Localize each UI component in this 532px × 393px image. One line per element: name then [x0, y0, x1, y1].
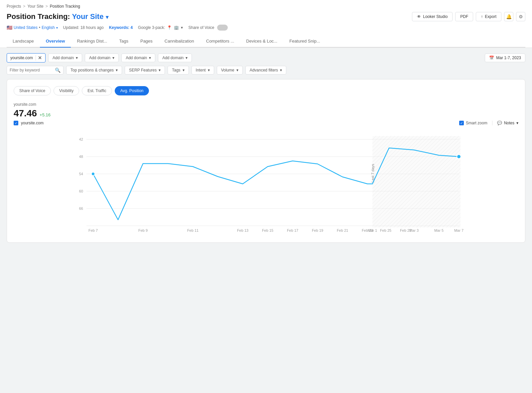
google-3pack[interactable]: Google 3-pack: 📍 🏢 ▾: [138, 25, 183, 30]
svg-text:Mar 7: Mar 7: [454, 228, 464, 232]
advanced-filters-button[interactable]: Advanced filters ▾: [245, 66, 286, 74]
export-icon: ↑: [481, 14, 483, 19]
domain-chip-remove[interactable]: ✕: [36, 55, 42, 61]
svg-text:48: 48: [79, 155, 83, 159]
site-dropdown-arrow[interactable]: ▾: [106, 14, 108, 20]
google-3pack-icon1: 📍: [167, 25, 172, 30]
tab-featured-snip[interactable]: Featured Snip...: [283, 35, 326, 48]
tags-chevron: ▾: [183, 68, 185, 72]
breadcrumb-site[interactable]: Your Site: [27, 4, 43, 9]
chart-container: 42 48 54 60 66 Last 7 days: [14, 129, 518, 236]
chart-card: Share of Voice Visibility Est. Traffic A…: [7, 79, 525, 243]
keyword-search-input[interactable]: [10, 68, 53, 72]
settings-button[interactable]: ⚙: [516, 12, 525, 21]
svg-rect-13: [372, 136, 461, 227]
date-range-button[interactable]: 📅 Mar 1-7, 2023: [485, 54, 525, 62]
tab-landscape[interactable]: Landscape: [7, 35, 40, 48]
chart-domain: yoursite.com: [14, 102, 518, 107]
svg-text:Mar 5: Mar 5: [434, 228, 444, 232]
svg-text:Feb 7: Feb 7: [88, 228, 98, 232]
tab-overview[interactable]: Overview: [40, 35, 71, 48]
google-3pack-icon2: 🏢: [174, 25, 179, 30]
domain-chip: yoursite.com ✕: [7, 53, 46, 63]
chart-svg: 42 48 54 60 66 Last 7 days: [14, 129, 518, 236]
breadcrumb-current: Position Tracking: [50, 4, 80, 9]
svg-point-16: [457, 155, 461, 159]
chart-legend: yoursite.com Smart zoom 💬 Notes ▾: [14, 121, 518, 125]
advanced-filters-chevron: ▾: [280, 68, 282, 72]
tab-competitors[interactable]: Competitors ...: [200, 35, 240, 48]
svg-text:Feb 9: Feb 9: [138, 228, 148, 232]
metric-tab-sov[interactable]: Share of Voice: [14, 86, 51, 95]
site-name[interactable]: Your Site: [72, 12, 103, 21]
breadcrumb-sep2: >: [46, 4, 48, 9]
chart-change: +5.16: [40, 112, 51, 117]
legend-left: yoursite.com: [14, 121, 44, 125]
svg-text:66: 66: [79, 206, 83, 210]
metric-tab-visibility[interactable]: Visibility: [54, 86, 79, 95]
chart-main-value: 47.46: [14, 108, 37, 119]
intent-filter[interactable]: Intent ▾: [192, 66, 214, 74]
tags-filter[interactable]: Tags ▾: [168, 66, 189, 74]
calendar-icon: 📅: [489, 56, 494, 60]
intent-chevron: ▾: [208, 68, 210, 72]
svg-text:60: 60: [79, 189, 83, 193]
tab-pages[interactable]: Pages: [134, 35, 159, 48]
breadcrumb: Projects > Your Site > Position Tracking: [7, 4, 525, 9]
sov-label: Share of Voice: [188, 25, 214, 30]
volume-chevron: ▾: [236, 68, 238, 72]
svg-text:54: 54: [79, 172, 83, 176]
title-actions: 👁 Looker Studio PDF ↑ Export 🔔 ⚙: [412, 12, 525, 21]
looker-studio-button[interactable]: 👁 Looker Studio: [412, 12, 453, 21]
svg-text:Feb 25: Feb 25: [380, 228, 391, 232]
svg-text:Mar 1: Mar 1: [368, 228, 377, 232]
metric-tab-avg-position[interactable]: Avg. Position: [115, 86, 149, 95]
add-domain-chevron-2: ▾: [112, 56, 114, 60]
top-positions-filter[interactable]: Top positions & changes ▾: [66, 66, 122, 74]
looker-studio-icon: 👁: [417, 14, 421, 19]
sov-toggle-row: Share of Voice: [188, 25, 227, 31]
notes-chevron: ▾: [516, 121, 518, 125]
language-label: English: [42, 25, 55, 30]
legend-checkbox[interactable]: [14, 121, 18, 125]
svg-text:Feb 19: Feb 19: [312, 228, 323, 232]
smart-zoom-checkbox[interactable]: [459, 121, 464, 125]
top-positions-chevron: ▾: [116, 68, 118, 72]
domain-chip-label: yoursite.com: [10, 56, 33, 60]
add-domain-btn-3[interactable]: Add domain ▾: [121, 54, 155, 62]
notes-icon: 💬: [497, 121, 502, 125]
add-domain-chevron-4: ▾: [186, 56, 188, 60]
country-label: United States: [14, 25, 38, 30]
breadcrumb-projects[interactable]: Projects: [7, 4, 21, 9]
tab-devices-loc[interactable]: Devices & Loc...: [240, 35, 283, 48]
chart-value: 47.46 +5.16: [14, 108, 518, 119]
gear-icon: ⚙: [519, 14, 523, 19]
add-domain-btn-2[interactable]: Add domain ▾: [85, 54, 119, 62]
export-button[interactable]: ↑ Export: [476, 12, 501, 21]
svg-text:Feb 13: Feb 13: [237, 228, 248, 232]
pdf-button[interactable]: PDF: [455, 12, 473, 21]
google-3pack-chevron: ▾: [181, 25, 183, 30]
tab-tags[interactable]: Tags: [113, 35, 134, 48]
notes-button[interactable]: 💬 Notes ▾: [492, 121, 518, 125]
add-domain-btn-4[interactable]: Add domain ▾: [158, 54, 192, 62]
location-chevron: ▾: [56, 26, 58, 30]
svg-text:42: 42: [79, 137, 83, 141]
chart-header: yoursite.com 47.46 +5.16: [14, 102, 518, 119]
svg-text:Feb 11: Feb 11: [187, 228, 199, 232]
tab-cannibalization[interactable]: Cannibalization: [159, 35, 200, 48]
bell-icon: 🔔: [506, 14, 512, 19]
serp-features-filter[interactable]: SERP Features ▾: [125, 66, 165, 74]
add-domain-btn-1[interactable]: Add domain ▾: [48, 54, 82, 62]
tab-rankings-dist[interactable]: Rankings Dist...: [71, 35, 113, 48]
location-badge[interactable]: 🇺🇸 United States • English ▾: [7, 25, 58, 30]
filter-row-1: yoursite.com ✕ Add domain ▾ Add domain ▾…: [7, 53, 525, 63]
volume-filter[interactable]: Volume ▾: [217, 66, 243, 74]
keywords-text: Keywords: 4: [109, 25, 133, 30]
notes-label: Notes: [504, 121, 514, 125]
sov-toggle-switch[interactable]: [217, 25, 228, 31]
notifications-button[interactable]: 🔔: [504, 12, 513, 21]
search-icon[interactable]: 🔍: [55, 67, 61, 73]
metric-tab-est-traffic[interactable]: Est. Traffic: [82, 86, 112, 95]
flag-icon: 🇺🇸: [7, 25, 12, 30]
